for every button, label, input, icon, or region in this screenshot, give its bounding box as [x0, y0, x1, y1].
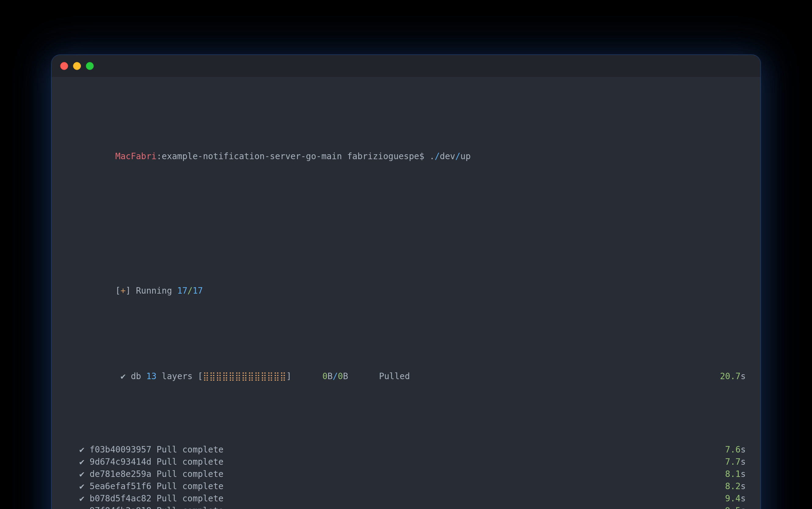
layer-hash: de781e8e259a — [90, 469, 151, 479]
pulled-label: Pulled — [348, 371, 410, 381]
time-value: 8.1 — [725, 469, 741, 479]
layers-label: layers [ — [156, 371, 203, 381]
layer-status: Pull complete — [151, 506, 224, 509]
layer-status: Pull complete — [151, 494, 224, 504]
time-suffix: s — [741, 371, 746, 381]
prompt-user: fabrizioguespe$ — [342, 151, 429, 161]
time-suffix: s — [741, 481, 746, 491]
check-icon: ✔ — [64, 445, 90, 454]
bracket: ] — [286, 371, 322, 381]
time-value: 20.7 — [720, 371, 741, 381]
running-label: ] Running — [126, 286, 177, 296]
time-value: 9.5 — [725, 506, 741, 509]
cmd-dot: . — [429, 151, 435, 161]
time-value: 8.2 — [725, 481, 741, 491]
zoom-icon[interactable] — [86, 62, 94, 70]
prompt-path: example-notification-server-go-main — [162, 151, 342, 161]
check-icon: ✔ — [64, 494, 90, 504]
slash: / — [333, 371, 338, 381]
time-suffix: s — [741, 469, 746, 479]
layer-row: ✔ 5ea6efaf51f6 Pull complete8.2s — [64, 480, 748, 493]
time-suffix: s — [741, 506, 746, 509]
time-value: 7.7 — [725, 457, 741, 467]
prompt-host: MacFabri — [115, 151, 157, 161]
size-n: 0 — [338, 371, 343, 381]
terminal-window: MacFabri:example-notification-server-go-… — [51, 55, 761, 509]
size-u: B — [327, 371, 333, 381]
titlebar — [51, 55, 761, 77]
size-n: 0 — [322, 371, 327, 381]
prompt-colon: : — [156, 151, 162, 161]
layer-row: ✔ f03b40093957 Pull complete7.6s — [64, 444, 748, 456]
cmd-slash: / — [455, 151, 460, 161]
layer-row: ✔ 9d674c93414d Pull complete7.7s — [64, 456, 748, 468]
layer-status: Pull complete — [151, 481, 224, 491]
check-icon: ✔ — [115, 371, 126, 381]
layer-hash: f03b40093957 — [90, 445, 151, 454]
layer-hash: 9d674c93414d — [90, 457, 151, 467]
service-db-header: ✔ db 13 layers [⣿⣿⣿⣿⣿⣿⣿⣿⣿⣿⣿⣿⣿] 0B/0B Pul… — [64, 358, 748, 395]
time-value: 7.6 — [725, 445, 741, 454]
check-icon: ✔ — [64, 506, 90, 509]
cmd-up: up — [460, 151, 471, 161]
layer-count: 13 — [146, 371, 157, 381]
layer-status: Pull complete — [151, 445, 224, 454]
cmd-dev: dev — [440, 151, 456, 161]
time-suffix: s — [741, 494, 746, 504]
running-count-b: 17 — [192, 286, 203, 296]
layer-row: ✔ de781e8e259a Pull complete8.1s — [64, 468, 748, 480]
size-u: B — [343, 371, 348, 381]
slash: / — [187, 286, 193, 296]
check-icon: ✔ — [64, 481, 90, 491]
time-suffix: s — [741, 445, 746, 454]
layer-hash: 97f84fb2a918 — [90, 506, 151, 509]
close-icon[interactable] — [60, 62, 68, 70]
progress-bar: ⣿⣿⣿⣿⣿⣿⣿⣿⣿⣿⣿⣿⣿ — [203, 371, 286, 381]
running-count-a: 17 — [177, 286, 187, 296]
layer-hash: 5ea6efaf51f6 — [90, 481, 151, 491]
status-running: [+] Running 17/17 — [64, 273, 748, 309]
layer-status: Pull complete — [151, 469, 224, 479]
layer-hash: b078d5f4ac82 — [90, 494, 151, 504]
svc-label: db — [126, 371, 146, 381]
bracket: [ — [115, 286, 121, 296]
prompt-line: MacFabri:example-notification-server-go-… — [64, 138, 748, 175]
layer-status: Pull complete — [151, 457, 224, 467]
cmd-slash: / — [435, 151, 440, 161]
layer-row: ✔ b078d5f4ac82 Pull complete9.4s — [64, 493, 748, 505]
check-icon: ✔ — [64, 469, 90, 479]
terminal-body[interactable]: MacFabri:example-notification-server-go-… — [51, 77, 761, 509]
check-icon: ✔ — [64, 457, 90, 467]
layer-row: ✔ 97f84fb2a918 Pull complete9.5s — [64, 505, 748, 509]
minimize-icon[interactable] — [73, 62, 81, 70]
time-suffix: s — [741, 457, 746, 467]
plus-icon: + — [120, 286, 126, 296]
time-value: 9.4 — [725, 494, 741, 504]
